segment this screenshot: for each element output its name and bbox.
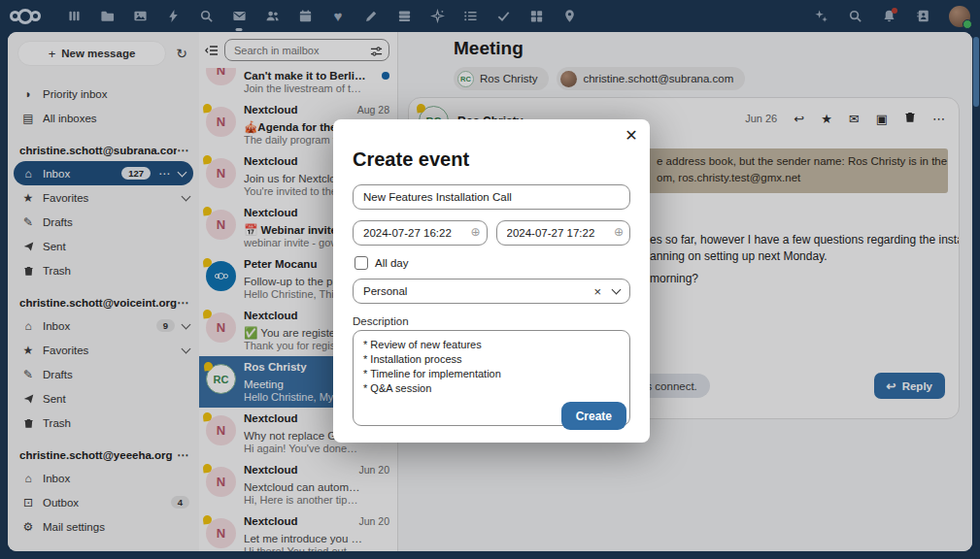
all-day-label: All day xyxy=(375,257,409,269)
timezone-icon[interactable]: ⊕ xyxy=(470,225,480,239)
create-button[interactable]: Create xyxy=(561,402,626,430)
all-day-checkbox[interactable] xyxy=(355,256,368,270)
end-datetime-input[interactable] xyxy=(496,220,631,246)
start-datetime-input[interactable] xyxy=(353,220,488,246)
event-title-input[interactable] xyxy=(353,184,630,210)
create-event-modal: ✕ Create event ⊕ ⊕ All day Personal × De… xyxy=(333,119,650,443)
modal-title: Create event xyxy=(353,148,630,171)
timezone-icon[interactable]: ⊕ xyxy=(614,225,624,239)
clear-selection-icon[interactable]: × xyxy=(593,284,601,299)
chevron-down-icon xyxy=(612,285,622,295)
close-icon[interactable]: ✕ xyxy=(621,125,642,147)
calendar-select[interactable]: Personal × xyxy=(353,279,630,304)
description-label: Description xyxy=(353,315,630,327)
